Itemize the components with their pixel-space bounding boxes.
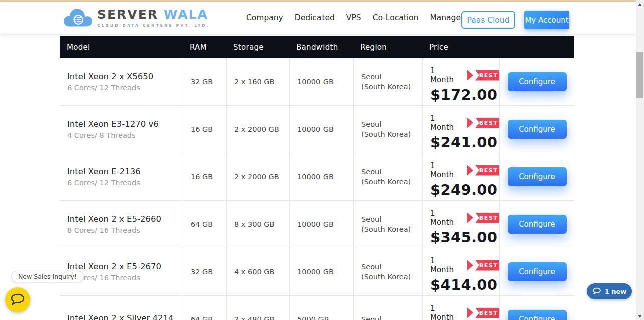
ram-cell: 64 GB: [183, 296, 226, 320]
best-badge: BEST: [467, 70, 499, 81]
price-value: $172.00: [430, 86, 499, 103]
model-name: Intel Xeon 2 x Silver 4214: [67, 313, 183, 320]
price-value: $345.00: [430, 229, 499, 246]
storage-cell: 4 x 600 GB: [226, 248, 289, 295]
billing-period: 1 Month: [430, 304, 461, 320]
page: SERVER WALA CLOUD DATA CENTERS PVT. LTD.…: [0, 0, 644, 320]
region-cell: Seoul: [353, 296, 422, 320]
ram-cell: 32 GB: [183, 248, 226, 295]
navbar: SERVER WALA CLOUD DATA CENTERS PVT. LTD.…: [0, 2, 636, 34]
price-cell: 1 Month BEST $172.00: [422, 58, 499, 105]
model-cell: Intel Xeon 2 x X5650 6 Cores/ 12 Threads: [60, 58, 183, 105]
chat-new-message-button[interactable]: 1 new: [587, 283, 632, 299]
region-city: Seoul: [361, 72, 422, 82]
model-cell: Intel Xeon 2 x E5-2660 8 Cores/ 16 Threa…: [60, 201, 183, 248]
paas-cloud-button[interactable]: Paas Cloud: [461, 11, 515, 29]
nav-link-dedicated[interactable]: Dedicated: [295, 13, 335, 22]
vertical-scrollbar[interactable]: [636, 0, 644, 320]
bandwidth-cell: 10000 GB: [289, 153, 353, 200]
action-cell: Configure: [499, 58, 574, 105]
configure-button[interactable]: Configure: [508, 72, 567, 91]
model-name: Intel Xeon 2 x E5-2660: [67, 214, 183, 224]
scrollbar-down-arrow-icon[interactable]: [638, 315, 642, 318]
model-specs: 8 Cores/ 16 Threads: [67, 274, 183, 282]
pricing-table: Model RAM Storage Bandwidth Region Price…: [60, 36, 574, 320]
billing-period: 1 Month: [430, 209, 461, 227]
bandwidth-cell: 10000 GB: [289, 58, 353, 105]
nav-link-vps[interactable]: VPS: [346, 13, 361, 22]
model-cell: Intel Xeon E3-1270 v6 4 Cores/ 8 Threads: [60, 106, 183, 153]
region-city: Seoul: [361, 314, 422, 320]
header-model: Model: [60, 36, 183, 58]
price-value: $414.00: [430, 276, 499, 293]
header-region: Region: [353, 36, 422, 58]
region-country: (South Korea): [361, 129, 422, 139]
bandwidth-cell: 10000 GB: [289, 106, 353, 153]
table-header-row: Model RAM Storage Bandwidth Region Price: [60, 36, 574, 58]
header-bandwidth: Bandwidth: [289, 36, 353, 58]
model-name: Intel Xeon 2 x E5-2670: [67, 262, 183, 272]
logo-title: SERVER WALA: [97, 8, 210, 21]
bandwidth-cell: 10000 GB: [289, 248, 353, 295]
configure-button[interactable]: Configure: [508, 262, 567, 281]
region-country: (South Korea): [361, 177, 422, 187]
configure-button[interactable]: Configure: [508, 310, 567, 320]
table-row: Intel Xeon E3-1270 v6 4 Cores/ 8 Threads…: [60, 106, 574, 153]
storage-cell: 8 x 300 GB: [226, 201, 289, 248]
configure-button[interactable]: Configure: [508, 120, 567, 139]
billing-period: 1 Month: [430, 161, 461, 179]
nav-link-company[interactable]: Company: [246, 13, 283, 22]
model-name: Intel Xeon E3-1270 v6: [67, 119, 183, 129]
region-cell: Seoul (South Korea): [353, 58, 422, 105]
region-city: Seoul: [361, 119, 422, 129]
action-cell: Configure: [499, 201, 574, 248]
chat-launcher-button[interactable]: [5, 287, 30, 312]
table-row: Intel Xeon E-2136 6 Cores/ 12 Threads 16…: [60, 153, 574, 201]
price-cell: 1 Month BEST $: [422, 296, 499, 320]
best-badge-ribbon-icon: [467, 260, 473, 271]
price-cell: 1 Month BEST $249.00: [422, 153, 499, 200]
model-specs: 4 Cores/ 8 Threads: [67, 131, 183, 139]
nav-link-co-location[interactable]: Co-Location: [373, 13, 419, 22]
price-cell: 1 Month BEST $345.00: [422, 201, 499, 248]
price-value: $241.00: [430, 134, 499, 151]
region-country: (South Korea): [361, 82, 422, 92]
logo-text: SERVER WALA CLOUD DATA CENTERS PVT. LTD.: [97, 8, 210, 28]
table-row: Intel Xeon 2 x Silver 4214 64 GB 2 x 480…: [60, 296, 574, 320]
best-badge-ribbon-icon: [467, 70, 473, 81]
model-cell: Intel Xeon 2 x Silver 4214: [60, 296, 183, 320]
scrollbar-up-arrow-icon[interactable]: [638, 3, 642, 6]
ram-cell: 64 GB: [183, 201, 226, 248]
best-badge-ribbon-icon: [467, 308, 473, 318]
best-badge-ribbon-icon: [467, 213, 473, 223]
my-account-button[interactable]: My Account: [524, 11, 569, 29]
best-badge: BEST: [467, 165, 499, 176]
storage-cell: 2 x 160 GB: [226, 58, 289, 105]
region-country: (South Korea): [361, 272, 422, 282]
header-action: [499, 36, 574, 58]
logo-subtitle: CLOUD DATA CENTERS PVT. LTD.: [97, 23, 210, 28]
ram-cell: 32 GB: [183, 58, 226, 105]
header-storage: Storage: [226, 36, 289, 58]
logo[interactable]: SERVER WALA CLOUD DATA CENTERS PVT. LTD.: [60, 5, 210, 31]
nav-links: Company Dedicated VPS Co-Location Manage…: [246, 2, 496, 34]
model-name: Intel Xeon E-2136: [67, 167, 183, 177]
configure-button[interactable]: Configure: [508, 215, 567, 234]
ram-cell: 16 GB: [183, 106, 226, 153]
billing-period: 1 Month: [430, 114, 461, 132]
scrollbar-thumb[interactable]: [636, 52, 643, 98]
region-cell: Seoul (South Korea): [353, 201, 422, 248]
storage-cell: 2 x 480 GB: [226, 296, 289, 320]
action-cell: Configure: [499, 296, 574, 320]
region-cell: Seoul (South Korea): [353, 153, 422, 200]
region-city: Seoul: [361, 214, 422, 224]
price-value: $249.00: [430, 181, 499, 198]
chat-bubble-icon: [592, 287, 601, 295]
configure-button[interactable]: Configure: [508, 167, 567, 186]
best-badge-ribbon-icon: [467, 165, 473, 176]
price-cell: 1 Month BEST $414.00: [422, 248, 499, 295]
region-cell: Seoul (South Korea): [353, 106, 422, 153]
bandwidth-cell: 10000 GB: [289, 201, 353, 248]
best-badge: BEST: [467, 260, 499, 271]
action-cell: Configure: [499, 248, 574, 295]
